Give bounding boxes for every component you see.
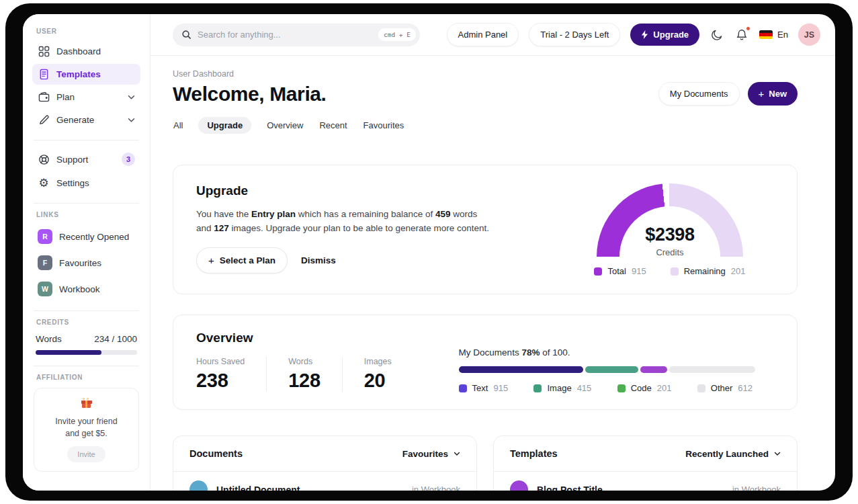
legend-label: Other [711, 383, 733, 393]
gift-icon [81, 398, 92, 408]
template-avatar [510, 480, 528, 491]
sidebar-item-label: Settings [56, 178, 89, 188]
legend-swatch [697, 384, 705, 392]
sidebar-link-favourites[interactable]: F Favourites [32, 251, 140, 275]
new-button[interactable]: + New [748, 82, 798, 106]
sidebar-item-label: Support [56, 155, 88, 165]
sidebar-link-workbook[interactable]: W Workbook [32, 277, 140, 301]
legend-swatch [617, 384, 626, 392]
sidebar-divider [34, 203, 139, 204]
documents-progress-title: My Documents 78% of 100. [459, 347, 755, 358]
user-avatar[interactable]: JS [798, 24, 820, 46]
sidebar-link-recently-opened[interactable]: R Recently Opened [32, 224, 140, 249]
document-location: in Workbook [412, 485, 460, 491]
search-bar[interactable]: cmd + E [173, 24, 420, 46]
tab-recent[interactable]: Recent [318, 117, 347, 134]
bar-segment-other [669, 366, 755, 373]
stat-value: 20 [364, 370, 392, 392]
stat-label: Words [288, 357, 320, 366]
plan-name: Entry plan [251, 209, 296, 219]
trial-status-button[interactable]: Trial - 2 Days Left [529, 23, 620, 46]
plus-icon: + [208, 255, 214, 266]
stat-value: 238 [196, 370, 245, 392]
search-icon [181, 30, 191, 40]
link-initial-badge: W [38, 282, 52, 296]
documents-progress-bar [459, 366, 755, 373]
stat-hours-saved: Hours Saved 238 [196, 357, 267, 392]
template-row[interactable]: Blog Post Title in Workbook [494, 472, 797, 491]
document-title: Untitled Document [216, 485, 300, 491]
support-lifebuoy-icon [38, 154, 50, 165]
tab-overview[interactable]: Overview [266, 117, 304, 134]
sidebar-item-templates[interactable]: Templates [32, 64, 140, 85]
upgrade-card: Upgrade You have the Entry plan which ha… [173, 165, 798, 294]
language-label: En [777, 30, 788, 40]
legend-item-code: Code 201 [617, 383, 672, 393]
tab-favourites[interactable]: Favourites [363, 117, 405, 134]
overview-card: Overview Hours Saved 238 Words 128 [173, 314, 798, 410]
gauge-center-value: $2398 [597, 224, 743, 245]
moon-icon [711, 29, 723, 41]
legend-value: 201 [731, 266, 746, 276]
invite-button[interactable]: Invite [67, 446, 105, 462]
overview-stats: Hours Saved 238 Words 128 Images 20 [196, 357, 459, 392]
progress-percent: 78% [521, 347, 540, 358]
credits-value: 234 / 1000 [94, 334, 137, 344]
my-documents-button[interactable]: My Documents [658, 82, 740, 106]
new-button-label: New [769, 89, 787, 99]
sidebar-item-settings[interactable]: ⚙ Settings [32, 173, 140, 194]
stat-label: Hours Saved [196, 357, 245, 366]
tab-upgrade[interactable]: Upgrade [198, 117, 251, 134]
legend-value: 612 [738, 383, 753, 393]
sidebar-item-support[interactable]: Support 3 [32, 148, 140, 171]
stat-images: Images 20 [364, 357, 413, 392]
documents-card-title: Documents [189, 448, 243, 459]
images-balance: 127 [214, 223, 229, 233]
breadcrumb: User Dashboard [173, 69, 798, 79]
select-plan-button[interactable]: + Select a Plan [196, 247, 288, 274]
legend-swatch [533, 384, 542, 392]
dashboard-grid-icon [38, 46, 50, 57]
notifications-button[interactable] [734, 28, 749, 42]
page-title: Welcome, Maria. [173, 83, 327, 106]
dark-mode-toggle[interactable] [710, 28, 724, 42]
sidebar-item-generate[interactable]: Generate [32, 110, 140, 130]
bar-segment-image [585, 366, 638, 373]
app-window: USER Dashboard Templates Plan [23, 14, 835, 491]
admin-panel-button[interactable]: Admin Panel [447, 23, 519, 46]
tab-all[interactable]: All [173, 117, 183, 134]
plus-icon: + [759, 88, 765, 99]
sidebar-section-credits-label: CREDITS [36, 319, 136, 326]
upgrade-button[interactable]: Upgrade [630, 24, 699, 46]
support-count-badge: 3 [122, 153, 135, 166]
stat-label: Images [364, 357, 392, 366]
search-input[interactable] [198, 30, 372, 40]
sidebar-item-label: Templates [56, 69, 101, 79]
legend-label: Code [631, 383, 652, 393]
sidebar-link-label: Recently Opened [59, 232, 129, 242]
legend-label: Text [472, 383, 488, 393]
affiliation-text: Invite your friend and get $5. [40, 415, 133, 439]
lightning-icon [641, 30, 648, 39]
sidebar-item-dashboard[interactable]: Dashboard [32, 41, 140, 62]
dismiss-button[interactable]: Dismiss [297, 249, 340, 272]
document-avatar [189, 480, 208, 491]
sidebar-divider [34, 366, 139, 366]
documents-filter-dropdown[interactable]: Favourites [402, 449, 460, 459]
sidebar-link-label: Favourites [59, 258, 101, 268]
sidebar-item-label: Plan [56, 92, 75, 102]
sidebar-item-plan[interactable]: Plan [32, 87, 140, 108]
generate-pencil-icon [38, 114, 50, 126]
select-plan-label: Select a Plan [220, 255, 275, 265]
document-row[interactable]: Untitled Document in Workbook [173, 472, 476, 491]
sidebar-item-label: Generate [56, 115, 94, 125]
chevron-down-icon [774, 452, 781, 456]
language-switcher[interactable]: En [759, 30, 788, 40]
overview-card-title: Overview [196, 331, 459, 345]
sidebar: USER Dashboard Templates Plan [23, 14, 151, 491]
chevron-down-icon [454, 452, 460, 456]
main-area: cmd + E Admin Panel Trial - 2 Days Left … [151, 14, 835, 491]
templates-filter-dropdown[interactable]: Recently Launched [685, 449, 781, 459]
legend-value: 915 [493, 383, 508, 393]
legend-value: 201 [657, 383, 672, 393]
